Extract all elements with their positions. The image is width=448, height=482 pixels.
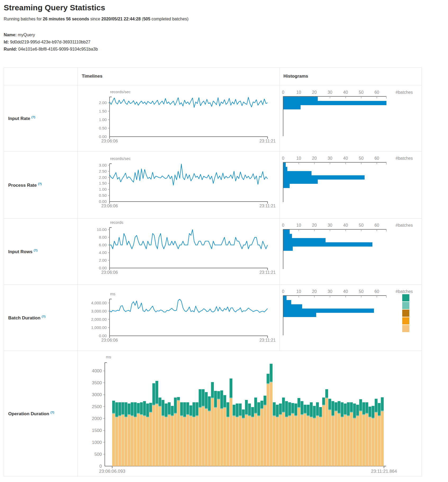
svg-text:60: 60 xyxy=(374,90,379,95)
page-title: Streaming Query Statistics xyxy=(4,3,105,12)
svg-text:records: records xyxy=(110,220,123,225)
svg-text:#batches: #batches xyxy=(396,223,413,227)
svg-text:10: 10 xyxy=(296,223,301,227)
svg-text:60: 60 xyxy=(374,223,379,227)
svg-text:2000: 2000 xyxy=(92,416,102,421)
operation-duration-help-link[interactable]: (?) xyxy=(51,411,54,414)
svg-text:#batches: #batches xyxy=(396,156,413,160)
process-rate-histogram-chart: 0102030405060#batches xyxy=(249,151,422,218)
svg-text:50: 50 xyxy=(359,223,364,227)
input-rows-histogram-chart: 0102030405060#batches xyxy=(249,218,422,284)
svg-text:60: 60 xyxy=(374,289,379,294)
svg-text:0.50: 0.50 xyxy=(99,193,107,198)
operation-duration-chart: ms0500100015002000250030003500400023:06:… xyxy=(90,351,424,476)
svg-text:2500: 2500 xyxy=(92,404,102,409)
svg-text:10: 10 xyxy=(296,156,301,160)
svg-text:30: 30 xyxy=(328,156,332,160)
svg-text:6.00: 6.00 xyxy=(99,243,107,247)
input-rate-histogram-chart: 0102030405060#batches xyxy=(249,85,422,151)
svg-text:0: 0 xyxy=(282,90,284,95)
svg-text:500: 500 xyxy=(94,452,102,457)
query-id-line: Id: 9d0dd219-995d-423e-b97d-36931110bb27 xyxy=(4,38,98,46)
input-rows-timeline-chart: records0.002.004.006.008.0010.0023:06:06… xyxy=(90,218,275,284)
svg-text:0: 0 xyxy=(99,464,102,469)
legend-swatch xyxy=(402,325,409,332)
svg-text:2.00: 2.00 xyxy=(99,258,107,262)
svg-text:23:06:06.093: 23:06:06.093 xyxy=(99,469,125,474)
svg-text:0.00: 0.00 xyxy=(99,333,107,338)
column-header-timelines: Timelines xyxy=(82,74,102,79)
input-rows-help-link[interactable]: (?) xyxy=(34,249,37,252)
svg-text:#batches: #batches xyxy=(396,289,413,294)
svg-text:23:11:21.864: 23:11:21.864 xyxy=(371,469,397,474)
legend-swatch xyxy=(402,302,409,309)
legend-swatch xyxy=(402,310,409,317)
svg-text:50: 50 xyxy=(359,90,364,95)
svg-text:2.00: 2.00 xyxy=(99,100,107,105)
svg-text:1.00: 1.00 xyxy=(99,117,107,122)
svg-text:4000: 4000 xyxy=(92,368,102,373)
svg-text:1500: 1500 xyxy=(92,428,102,433)
svg-text:2,000.00: 2,000.00 xyxy=(91,317,107,322)
svg-text:30: 30 xyxy=(328,223,332,227)
svg-text:1000: 1000 xyxy=(92,440,102,445)
query-info: Name: myQuery Id: 9d0dd219-995d-423e-b97… xyxy=(4,31,98,53)
batch-duration-histogram-chart: 0102030405060#batches xyxy=(249,284,422,351)
svg-text:2.00: 2.00 xyxy=(99,175,107,180)
batch-duration-help-link[interactable]: (?) xyxy=(42,315,46,318)
legend-swatch xyxy=(402,294,409,301)
svg-text:4,000.00: 4,000.00 xyxy=(91,301,107,305)
row-label-operation-duration: Operation Duration (?) xyxy=(8,411,76,417)
completed-batches-count: 505 xyxy=(143,17,150,21)
legend-swatch xyxy=(402,317,409,324)
svg-text:2.50: 2.50 xyxy=(99,169,107,173)
svg-text:1,000.00: 1,000.00 xyxy=(91,325,107,330)
svg-text:ms: ms xyxy=(106,355,111,359)
svg-text:0.00: 0.00 xyxy=(99,266,107,270)
running-batches-summary: Running batches for 26 minutes 56 second… xyxy=(4,17,188,21)
svg-text:40: 40 xyxy=(343,223,348,227)
svg-text:3,000.00: 3,000.00 xyxy=(91,309,107,313)
divider xyxy=(78,68,78,476)
process-rate-help-link[interactable]: (?) xyxy=(38,182,42,185)
svg-text:1.50: 1.50 xyxy=(99,181,107,185)
svg-text:0: 0 xyxy=(282,156,284,160)
svg-text:30: 30 xyxy=(328,289,332,294)
svg-text:50: 50 xyxy=(359,289,364,294)
svg-text:40: 40 xyxy=(343,156,348,160)
svg-text:8.00: 8.00 xyxy=(99,235,107,239)
svg-text:0.50: 0.50 xyxy=(99,126,107,130)
running-duration: 26 minutes 56 seconds xyxy=(43,17,89,21)
input-rate-timeline-chart: records/sec0.000.501.001.502.0023:06:062… xyxy=(90,85,275,151)
row-label-process-rate: Process Rate (?) xyxy=(8,182,76,188)
column-header-histograms: Histograms xyxy=(283,74,308,79)
svg-text:20: 20 xyxy=(312,289,317,294)
row-label-input-rows: Input Rows (?) xyxy=(8,249,76,255)
svg-text:23:06:06: 23:06:06 xyxy=(101,139,118,143)
process-rate-timeline-chart: records/sec0.000.501.001.502.002.503.002… xyxy=(90,151,275,218)
query-name-value: myQuery xyxy=(18,33,35,37)
query-runid-line: RunId: 04e101e6-8bf8-4165-9099-9104c951b… xyxy=(4,46,98,53)
svg-text:20: 20 xyxy=(312,156,317,160)
svg-text:#batches: #batches xyxy=(396,90,413,95)
streaming-query-statistics-page: Streaming Query Statistics Running batch… xyxy=(0,0,448,482)
query-name-line: Name: myQuery xyxy=(4,31,98,38)
input-rate-help-link[interactable]: (?) xyxy=(31,115,35,119)
svg-text:23:06:06: 23:06:06 xyxy=(101,204,118,208)
streaming-stats-table: Timelines Histograms Input Rate (?) Proc… xyxy=(4,68,422,476)
query-id-value: 9d0dd219-995d-423e-b97d-36931110bb27 xyxy=(10,40,90,44)
svg-text:60: 60 xyxy=(374,156,379,160)
svg-text:0: 0 xyxy=(282,289,284,294)
svg-text:10.00: 10.00 xyxy=(97,227,107,232)
query-runid-value: 04e101e6-8bf8-4165-9099-9104c951ba3b xyxy=(18,47,98,51)
svg-text:records/sec: records/sec xyxy=(110,90,131,94)
row-label-input-rate: Input Rate (?) xyxy=(8,115,76,121)
svg-text:10: 10 xyxy=(296,90,301,95)
svg-text:40: 40 xyxy=(343,90,348,95)
svg-text:3.00: 3.00 xyxy=(99,163,107,167)
svg-text:4.00: 4.00 xyxy=(99,250,107,255)
batch-duration-timeline-chart: ms0.001,000.002,000.003,000.004,000.0023… xyxy=(90,284,275,351)
svg-text:0: 0 xyxy=(282,223,284,227)
svg-text:23:06:06: 23:06:06 xyxy=(101,338,118,342)
svg-text:ms: ms xyxy=(110,292,115,296)
